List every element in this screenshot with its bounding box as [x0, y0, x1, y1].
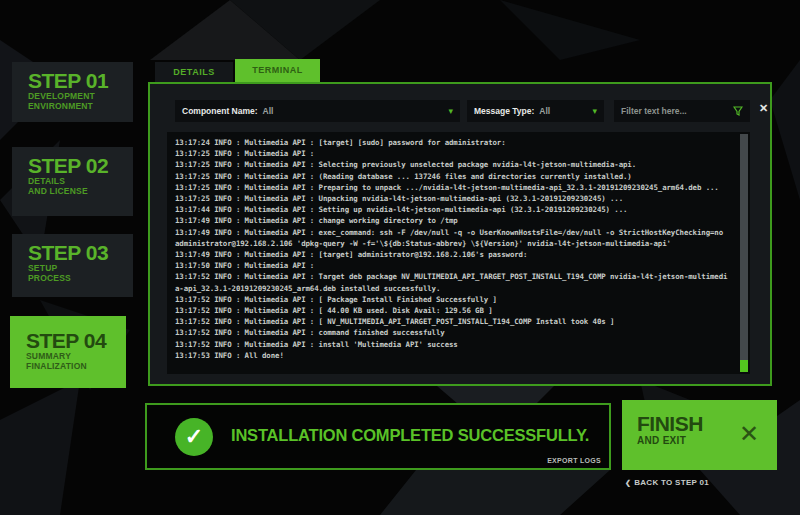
terminal-log-line: 13:17:52 INFO : Multimedia API : [ 44.00… — [175, 305, 736, 316]
terminal-log-lines: 13:17:24 INFO : Multimedia API : [target… — [167, 132, 750, 361]
step-title: STEP 01 — [28, 69, 133, 92]
sidebar-step-01[interactable]: STEP 01 DEVELOPMENT ENVIRONMENT — [12, 62, 133, 122]
terminal-log-line: 13:17:25 INFO : Multimedia API : Unpacki… — [175, 193, 736, 204]
filter-placeholder: Filter text here... — [621, 106, 687, 116]
step-title: STEP 02 — [28, 154, 133, 177]
message-type-label: Message Type: — [474, 106, 534, 116]
terminal-log-line: 13:17:49 INFO : Multimedia API : [target… — [175, 249, 736, 260]
sidebar-step-03[interactable]: STEP 03 SETUP PROCESS — [12, 234, 133, 297]
scrollbar-thumb[interactable] — [740, 360, 748, 372]
installation-status-message: INSTALLATION COMPLETED SUCCESSFULLY. — [231, 405, 589, 465]
filter-funnel-icon[interactable] — [733, 102, 743, 120]
terminal-log-line: 13:17:25 INFO : Multimedia API : — [175, 148, 736, 159]
back-link-label: BACK TO STEP 01 — [634, 478, 709, 487]
terminal-log-line: 13:17:52 INFO : Multimedia API : [ Packa… — [175, 294, 736, 305]
step-title: STEP 03 — [28, 241, 133, 264]
chevron-down-icon: ▾ — [592, 106, 597, 116]
step-subtitle-line: AND LICENSE — [28, 187, 133, 197]
chevron-down-icon: ▾ — [448, 106, 453, 116]
message-type-value: All — [539, 106, 550, 116]
terminal-log-line: 13:17:25 INFO : Multimedia API : Selecti… — [175, 159, 736, 170]
terminal-log-line: 13:17:50 INFO : Multimedia API : — [175, 260, 736, 271]
component-name-label: Component Name: — [182, 106, 258, 116]
component-name-value: All — [263, 106, 274, 116]
sidebar-step-04-active[interactable]: STEP 04 SUMMARY FINALIZATION — [10, 316, 126, 388]
export-logs-link[interactable]: EXPORT LOGS — [547, 457, 601, 464]
back-to-step-01-link[interactable]: ❮BACK TO STEP 01 — [625, 478, 709, 487]
terminal-log-line: 13:17:52 INFO : Multimedia API : [ NV_MU… — [175, 316, 736, 327]
terminal-log-line: 13:17:52 INFO : Multimedia API : Target … — [175, 271, 736, 282]
terminal-log-line: 13:17:44 INFO : Multimedia API : Setting… — [175, 204, 736, 215]
scrollbar-track[interactable] — [740, 134, 748, 372]
tab-details[interactable]: DETAILS — [155, 62, 233, 82]
terminal-log-line: 13:17:25 INFO : Multimedia API : Prepari… — [175, 182, 736, 193]
close-icon[interactable]: ✕ — [759, 102, 768, 115]
component-name-dropdown[interactable]: Component Name: All ▾ — [175, 100, 460, 122]
terminal-panel: Component Name: All ▾ Message Type: All … — [148, 82, 772, 386]
terminal-log-line: 13:17:52 INFO : Multimedia API : command… — [175, 327, 736, 338]
terminal-log-line: a-api_32.3.1-20191209230245_arm64.deb in… — [175, 283, 736, 294]
terminal-log-line: 13:17:49 INFO : Multimedia API : exec_co… — [175, 227, 736, 238]
installation-status-box: ✓ INSTALLATION COMPLETED SUCCESSFULLY. E… — [145, 403, 611, 470]
terminal-log-line: administrator@192.168.2.106 'dpkg-query … — [175, 238, 736, 249]
tab-terminal[interactable]: TERMINAL — [235, 59, 320, 82]
chevron-left-icon: ❮ — [625, 479, 631, 486]
terminal-log-line: 13:17:53 INFO : All done! — [175, 350, 736, 361]
sidebar-step-02[interactable]: STEP 02 DETAILS AND LICENSE — [12, 147, 133, 216]
close-icon: ✕ — [739, 422, 759, 446]
step-subtitle-line: FINALIZATION — [26, 362, 126, 372]
step-subtitle-line: PROCESS — [28, 274, 133, 284]
terminal-log-line: 13:17:49 INFO : Multimedia API : change … — [175, 215, 736, 226]
sdk-manager-window: STEP 01 DEVELOPMENT ENVIRONMENT STEP 02 … — [0, 0, 800, 515]
terminal-log-line: 13:17:24 INFO : Multimedia API : [target… — [175, 137, 736, 148]
success-check-icon: ✓ — [175, 418, 213, 456]
filter-text-input[interactable]: Filter text here... — [614, 100, 750, 122]
step-title: STEP 04 — [26, 329, 126, 352]
step-subtitle-line: ENVIRONMENT — [28, 102, 133, 112]
message-type-dropdown[interactable]: Message Type: All ▾ — [467, 100, 604, 122]
finish-and-exit-button[interactable]: FINISH AND EXIT ✕ — [622, 400, 777, 470]
terminal-log-line: 13:17:25 INFO : Multimedia API : (Readin… — [175, 171, 736, 182]
terminal-log-line: 13:17:52 INFO : Multimedia API : install… — [175, 339, 736, 350]
terminal-log-area[interactable]: 13:17:24 INFO : Multimedia API : [target… — [167, 132, 750, 374]
